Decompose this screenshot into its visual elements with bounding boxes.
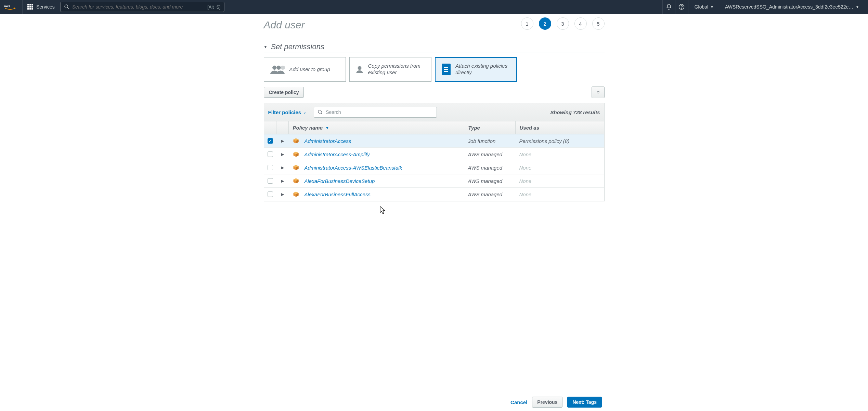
chevron-down-icon: ▼ xyxy=(710,5,714,9)
services-menu[interactable]: Services xyxy=(25,4,55,10)
bell-icon xyxy=(666,4,672,10)
chevron-down-icon: ▼ xyxy=(856,5,859,9)
svg-point-1 xyxy=(65,5,68,8)
aws-logo[interactable]: aws xyxy=(4,0,23,14)
region-label: Global xyxy=(695,4,708,10)
svg-text:aws: aws xyxy=(4,4,10,8)
waffle-icon xyxy=(27,4,33,10)
global-search-input[interactable] xyxy=(72,4,207,10)
region-selector[interactable]: Global ▼ xyxy=(688,0,720,14)
search-shortcut: [Alt+S] xyxy=(207,4,221,10)
search-icon xyxy=(64,4,69,10)
global-search[interactable]: [Alt+S] xyxy=(60,2,224,12)
help-icon xyxy=(678,4,685,10)
notifications-button[interactable] xyxy=(662,0,675,14)
services-label: Services xyxy=(36,4,55,10)
account-menu[interactable]: AWSReservedSSO_AdministratorAccess_3ddf2… xyxy=(720,4,864,10)
account-label: AWSReservedSSO_AdministratorAccess_3ddf2… xyxy=(725,4,854,10)
svg-point-4 xyxy=(682,8,682,9)
svg-line-2 xyxy=(67,8,69,9)
top-nav: aws Services [Alt+S] Global ▼ AWSReserve… xyxy=(0,0,868,14)
help-button[interactable] xyxy=(675,0,688,14)
